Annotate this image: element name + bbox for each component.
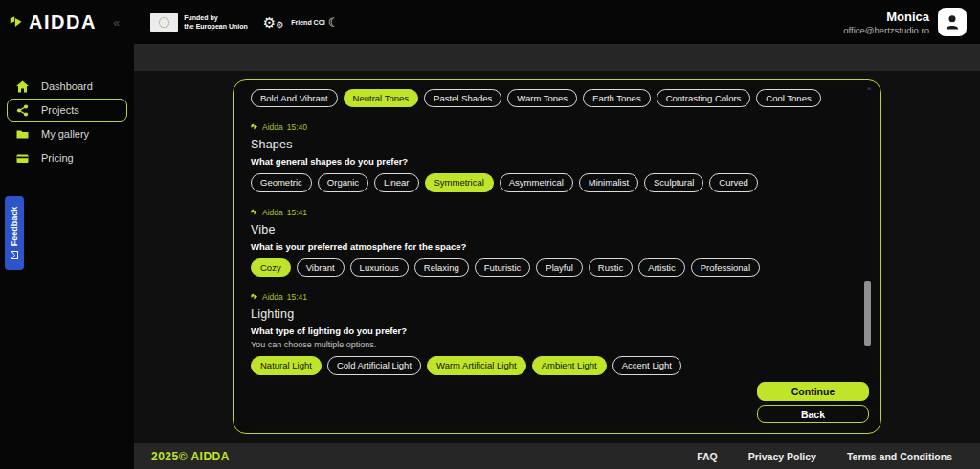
user-email: office@hertzstudio.ro: [843, 25, 929, 35]
question-title: Shapes: [251, 138, 863, 151]
option-chip[interactable]: Cozy: [251, 258, 291, 277]
gear-small-icon: ⚙: [276, 21, 283, 30]
sidebar-item-pricing[interactable]: Pricing: [7, 146, 127, 169]
app-root: AIDDA « Funded by the European Union ⚙ ⚙…: [0, 0, 980, 469]
footer-link-terms[interactable]: Terms and Conditions: [847, 451, 952, 462]
option-chip[interactable]: Rustic: [589, 258, 633, 277]
vibe-options: Cozy Vibrant Luxurious Relaxing Futurist…: [251, 258, 863, 277]
option-chip[interactable]: Warm Tones: [507, 89, 577, 107]
option-chip[interactable]: Cold Artificial Light: [327, 356, 421, 374]
option-chip[interactable]: Geometric: [251, 173, 312, 191]
questionnaire-panel: Bold And Vibrant Neutral Tones Pastel Sh…: [233, 79, 881, 434]
message-meta: Aidda 15:41: [251, 208, 863, 217]
color-tone-options: Bold And Vibrant Neutral Tones Pastel Sh…: [251, 89, 863, 107]
option-chip[interactable]: Luxurious: [350, 258, 409, 277]
footer-link-privacy-policy[interactable]: Privacy Policy: [748, 451, 816, 462]
sidebar-item-label: My gallery: [41, 128, 89, 140]
message-meta: Aidda 15:41: [251, 292, 863, 302]
question-title: Vibe: [251, 223, 863, 236]
sidebar-item-my-gallery[interactable]: My gallery: [7, 123, 127, 145]
option-chip[interactable]: Accent Light: [612, 356, 681, 374]
user-block: Monica office@hertzstudio.ro: [843, 8, 980, 36]
question-note: You can choose multiple options.: [251, 340, 863, 349]
content-top-strip: [134, 44, 980, 71]
question-text: What general shapes do you prefer?: [251, 156, 863, 167]
option-chip[interactable]: Asymmetrical: [500, 173, 573, 191]
partner-name: Friend CCI: [291, 19, 324, 26]
option-chip[interactable]: Relaxing: [414, 258, 469, 277]
person-icon: [943, 12, 962, 32]
footer-link-faq[interactable]: FAQ: [697, 451, 718, 462]
option-chip[interactable]: Neutral Tones: [344, 89, 418, 107]
user-name: Monica: [843, 10, 929, 24]
eu-funding-logo: Funded by the European Union: [150, 13, 248, 32]
sidebar-item-label: Pricing: [41, 152, 74, 164]
option-chip[interactable]: Warm Artificial Light: [427, 356, 526, 374]
option-chip[interactable]: Cool Tones: [756, 89, 820, 107]
message-sender: Aidda: [262, 208, 283, 217]
sidebar-collapse-icon[interactable]: «: [113, 15, 120, 30]
sidebar-item-label: Dashboard: [41, 80, 93, 92]
top-bar: AIDDA « Funded by the European Union ⚙ ⚙…: [0, 0, 980, 44]
scroll-up-icon[interactable]: ^: [867, 85, 871, 94]
option-chip[interactable]: Pastel Shades: [424, 89, 501, 107]
message-time: 15:40: [287, 123, 307, 132]
option-chip[interactable]: Curved: [709, 173, 758, 191]
friend-cci-logo: ⚙ ⚙ Friend CCI ☾: [263, 15, 340, 30]
message-group-shapes: Aidda 15:40 Shapes What general shapes d…: [251, 123, 863, 191]
copyright: 2025© AIDDA: [151, 450, 230, 463]
option-chip[interactable]: Natural Light: [251, 356, 322, 374]
funding-logos: Funded by the European Union ⚙ ⚙ Friend …: [150, 13, 339, 32]
aidda-mini-logo-icon: [251, 293, 258, 301]
aidda-mini-logo-icon: [251, 123, 258, 131]
brand: AIDDA: [0, 11, 113, 34]
aidda-logo-icon: [10, 15, 23, 29]
footer-links: FAQ Privacy Policy Terms and Conditions: [697, 451, 952, 462]
option-chip[interactable]: Earth Tones: [583, 89, 651, 107]
option-chip[interactable]: Bold And Vibrant: [251, 89, 338, 107]
option-chip[interactable]: Linear: [374, 173, 418, 191]
projects-share-icon: [15, 103, 29, 117]
eu-funding-text: Funded by the European Union: [184, 13, 248, 31]
option-chip[interactable]: Ambient Light: [532, 356, 607, 374]
avatar[interactable]: [938, 8, 967, 36]
sidebar-item-label: Projects: [41, 104, 79, 116]
question-text: What type of lighting do you prefer?: [251, 325, 863, 336]
option-chip[interactable]: Vibrant: [297, 258, 345, 277]
home-icon: [15, 79, 29, 93]
option-chip[interactable]: Sculptural: [644, 173, 703, 191]
mail-icon: [11, 251, 18, 259]
message-sender: Aidda: [262, 292, 283, 302]
aidda-mini-logo-icon: [251, 209, 258, 216]
feedback-label: Feedback: [10, 207, 19, 247]
sidebar-item-dashboard[interactable]: Dashboard: [7, 75, 127, 98]
back-button[interactable]: Back: [757, 405, 869, 423]
option-chip[interactable]: Contrasting Colors: [657, 89, 751, 107]
option-chip[interactable]: Organic: [318, 173, 368, 191]
crescent-icon: ☾: [328, 16, 340, 29]
sidebar-item-projects[interactable]: Projects: [7, 99, 127, 122]
option-chip[interactable]: Artistic: [638, 258, 685, 277]
message-time: 15:41: [287, 208, 307, 217]
lighting-options: Natural Light Cold Artificial Light Warm…: [251, 356, 863, 374]
brand-name: AIDDA: [29, 11, 97, 34]
option-chip[interactable]: Minimalist: [579, 173, 638, 191]
card-icon: [15, 151, 29, 165]
eu-flag-icon: [150, 13, 178, 32]
footer: 2025© AIDDA FAQ Privacy Policy Terms and…: [134, 443, 980, 469]
question-text: What is your preferred atmosphere for th…: [251, 241, 863, 252]
option-chip[interactable]: Symmetrical: [425, 173, 494, 191]
feedback-button[interactable]: Feedback: [5, 196, 24, 270]
shape-options: Geometric Organic Linear Symmetrical Asy…: [251, 173, 863, 191]
message-meta: Aidda 15:40: [251, 123, 863, 132]
scrollbar-thumb[interactable]: [864, 281, 871, 346]
continue-button[interactable]: Continue: [757, 382, 869, 401]
option-chip[interactable]: Professional: [691, 258, 760, 277]
option-chip[interactable]: Playful: [536, 258, 583, 277]
feedback-tab: Feedback: [5, 196, 24, 270]
message-time: 15:41: [287, 292, 307, 302]
panel-actions: Continue Back: [757, 382, 869, 423]
message-group-lighting: Aidda 15:41 Lighting What type of lighti…: [251, 292, 863, 374]
message-sender: Aidda: [262, 123, 283, 132]
option-chip[interactable]: Futuristic: [475, 258, 531, 277]
